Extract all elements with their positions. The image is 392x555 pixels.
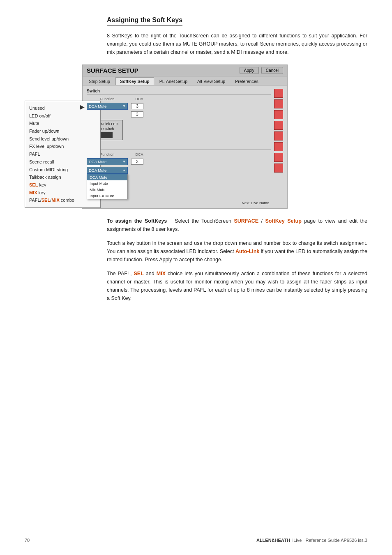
arrow-indicator: ▶ (80, 104, 85, 110)
next-badge: Next 1:No Name (87, 201, 271, 205)
switch-number-row: 3 (87, 111, 271, 117)
callout-item-midi: Custom MIDI string (29, 166, 96, 174)
switch-row: ▶ DCA Mute ▼ 3 (87, 103, 271, 110)
footer-brand: ALLEN&HEATH (256, 538, 290, 543)
dropdown-item-mix-mute[interactable]: Mix Mute (87, 187, 127, 193)
switch-number-box-1[interactable]: 3 (131, 103, 143, 109)
sel-highlight: SEL (29, 182, 38, 187)
ss-right-btn-5[interactable] (274, 131, 283, 140)
led-dropdown-arrow-icon: ▼ (122, 160, 126, 164)
mix-body-highlight: MIX (157, 271, 166, 276)
ss-right-btn-8[interactable] (274, 164, 283, 173)
led-dropdown-list: DCA Mute Input Mute Mix Mute Input FX Mu… (87, 174, 128, 199)
callout-item-mix: MIX key (29, 189, 96, 197)
ss-right-btn-4[interactable] (274, 121, 283, 130)
tab-strip-setup[interactable]: Strip Setup (84, 77, 115, 85)
softkey-setup-highlight: SoftKey Setup (265, 218, 302, 224)
tab-planet-setup[interactable]: PL-Anet Setup (155, 77, 192, 85)
mix-highlight2: MIX (51, 198, 60, 203)
switch-number-box-2[interactable]: 3 (131, 111, 143, 117)
led-section: LED Function DCA DCA Mute ▼ 3 (87, 144, 271, 199)
switch-section-label: Switch (87, 89, 271, 94)
sel-body-highlight: SEL (134, 271, 143, 276)
ss-main-content: Switch Function DCA ▶ DCA Mute ▼ (87, 89, 271, 205)
surface-setup-panel: SURFACE SETUP Apply Cancel Strip Setup S… (82, 64, 288, 209)
callout-item-unused: Unused (29, 104, 96, 112)
page: Unused LED on/off Mute Fader up/down Sen… (0, 0, 392, 555)
ss-right-btn-3[interactable] (274, 110, 283, 119)
led-dropdown-open[interactable]: DCA Mute ▲ (87, 167, 128, 174)
tab-softkey-setup[interactable]: SoftKey Setup (115, 77, 154, 85)
led-section-label: LED (87, 144, 271, 150)
ss-header-buttons: Apply Cancel (240, 67, 283, 74)
ss-right-btn-1[interactable] (274, 89, 283, 98)
led-row: DCA Mute ▼ 3 (87, 158, 271, 165)
page-title: Assigning the Soft Keys (107, 16, 182, 26)
callout-item-sel: SEL key (29, 181, 96, 189)
content-area: Assigning the Soft Keys 8 SoftKeys to th… (107, 16, 367, 302)
callout-item-talkback: Talkback assign (29, 173, 96, 181)
apply-button[interactable]: Apply (240, 67, 259, 74)
callout-item-pafl: PAFL (29, 150, 96, 158)
callout-item-scene: Scene recall (29, 158, 96, 166)
ss-tabs: Strip Setup SoftKey Setup PL-Anet Setup … (83, 76, 287, 85)
callout-item-fx: FX level up/down (29, 143, 96, 150)
led-dropdown-value: DCA Mute (89, 159, 106, 164)
mix-highlight: MIX (29, 190, 37, 195)
switch-dropdown[interactable]: DCA Mute ▼ (87, 103, 128, 110)
led-dropdown-open-arrow-icon: ▲ (122, 168, 126, 172)
tab-preferences[interactable]: Preferences (231, 77, 263, 85)
footer-doc: Reference Guide AP6526 iss.3 (306, 538, 367, 543)
dropdown-item-dca-mute[interactable]: DCA Mute (87, 174, 127, 180)
page-footer: 70 ALLEN&HEATH iLive Reference Guide AP6… (0, 535, 392, 543)
led-dropdown[interactable]: DCA Mute ▼ (87, 158, 128, 165)
body-section-assign: To assign the SoftKeys Select the TouchS… (107, 217, 367, 233)
callout-item-led: LED on/off (29, 112, 96, 120)
led-col-headers: Function DCA (87, 152, 271, 157)
footer-product: iLive (293, 538, 302, 543)
callout-item-fader: Fader up/down (29, 127, 96, 135)
body-section-touch: Touch a key button in the screen and use… (107, 239, 367, 264)
dca-col-label: DCA (131, 97, 148, 101)
callout-item-send: Send level up/down (29, 135, 96, 143)
led-dca-col-label: DCA (131, 152, 148, 157)
auto-link-highlight: Auto-Link (235, 249, 259, 254)
sel-highlight2: SEL (42, 198, 50, 203)
dropdown-item-input-fx-mute[interactable]: Input FX Mute (87, 193, 127, 199)
led-dropdown-container: DCA Mute ▲ DCA Mute Input Mute Mix Mute … (87, 167, 271, 199)
ss-right-btn-6[interactable] (274, 142, 283, 151)
ss-header: SURFACE SETUP Apply Cancel (83, 65, 287, 76)
auto-link-button[interactable] (100, 132, 113, 138)
switch-section: Switch Function DCA ▶ DCA Mute ▼ (87, 89, 271, 140)
ss-body: Switch Function DCA ▶ DCA Mute ▼ (83, 85, 287, 208)
body-section-pafl: The PAFL, SEL and MIX choice lets you si… (107, 269, 367, 302)
dropdown-item-input-mute[interactable]: Input Mute (87, 180, 127, 187)
surface-highlight: SURFACE (234, 218, 258, 224)
page-number: 70 (25, 538, 30, 543)
tab-alt-view-setup[interactable]: Alt View Setup (193, 77, 230, 85)
dropdown-arrow-icon: ▼ (122, 104, 126, 108)
callout-item-combo: PAFL/SEL/MIX combo (29, 196, 96, 204)
led-number-box-1[interactable]: 3 (131, 159, 143, 165)
switch-col-headers: Function DCA (87, 97, 271, 101)
switch-dropdown-value: DCA Mute (89, 104, 106, 108)
assign-bold-label: To assign the SoftKeys (107, 218, 167, 224)
footer-brand-product: ALLEN&HEATH iLive Reference Guide AP6526… (256, 538, 367, 543)
ss-right-btn-7[interactable] (274, 153, 283, 162)
led-dropdown-open-value: DCA Mute (89, 168, 106, 173)
ss-right-buttons (274, 89, 283, 205)
callout-item-mute: Mute (29, 120, 96, 127)
cancel-button[interactable]: Cancel (261, 67, 283, 74)
ss-title: SURFACE SETUP (87, 67, 138, 74)
ss-right-btn-2[interactable] (274, 99, 283, 108)
intro-text: 8 SoftKeys to the right of the TouchScre… (107, 32, 367, 56)
